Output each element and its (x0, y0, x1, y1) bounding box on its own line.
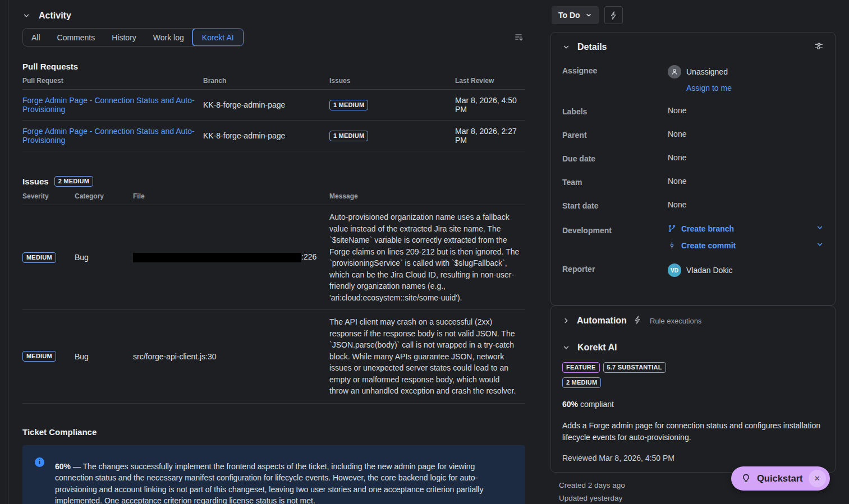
pr-issues-badge: 1 MEDIUM (329, 100, 368, 110)
pull-request-row: Forge Admin Page - Connection Status and… (22, 121, 525, 151)
tab-comments[interactable]: Comments (49, 29, 104, 46)
korekt-badges-row: FEATURE 5.7 SUBSTANTIAL (562, 362, 824, 373)
issue-meta: Created 2 days ago Updated yesterday (559, 479, 625, 504)
assignee-label: Assignee (562, 65, 668, 93)
status-label: To Do (558, 11, 580, 20)
col-message: Message (329, 187, 525, 205)
issue-row: MEDIUM Bug src/forge-api-client.js:30 Th… (22, 310, 525, 404)
col-pull-request: Pull Request (22, 71, 203, 90)
pr-link[interactable]: Forge Admin Page - Connection Status and… (22, 96, 195, 114)
create-branch-chevron-icon[interactable] (816, 224, 824, 233)
issue-message: The API client may crash on a successful… (329, 310, 525, 404)
reporter-name[interactable]: Vladan Dokic (686, 266, 733, 275)
col-last-review: Last Review (455, 71, 525, 90)
tab-history[interactable]: History (103, 29, 145, 46)
assign-to-me-link[interactable]: Assign to me (686, 84, 732, 93)
pr-branch: KK-8-forge-admin-page (203, 121, 329, 151)
reviewed-timestamp: Reviewed Mar 8, 2026, 4:50 PM (562, 454, 824, 463)
korekt-ai-header: Korekt AI (562, 343, 824, 353)
issue-file-suffix: :226 (301, 252, 316, 261)
field-team: Team None (562, 177, 824, 187)
pr-link[interactable]: Forge Admin Page - Connection Status and… (22, 127, 195, 145)
tab-work-log[interactable]: Work log (145, 29, 192, 46)
status-dropdown[interactable]: To Do (552, 6, 599, 24)
korekt-badges-row: 2 MEDIUM (562, 377, 824, 388)
quickstart-close-button[interactable]: ✕ (809, 470, 826, 487)
pull-requests-heading: Pull Requests (22, 62, 525, 71)
due-date-value[interactable]: None (668, 153, 686, 163)
issues-count-badge: 2 MEDIUM (54, 176, 93, 187)
labels-label: Labels (562, 106, 668, 116)
compliance-body: — The changes successfully implement the… (55, 462, 483, 504)
automation-title[interactable]: Automation (577, 316, 627, 326)
info-icon: i (35, 457, 44, 467)
korekt-ai-title: Korekt AI (577, 343, 617, 353)
pull-request-row: Forge Admin Page - Connection Status and… (22, 90, 525, 121)
due-date-label: Due date (562, 153, 668, 163)
create-commit-chevron-icon[interactable] (816, 241, 824, 250)
automation-bolt-button[interactable] (604, 6, 623, 24)
ticket-compliance-text: 60% — The changes successfully implement… (55, 461, 511, 504)
activity-title: Activity (39, 11, 71, 21)
issues-heading: Issues (22, 177, 49, 186)
lightbulb-icon (741, 473, 751, 484)
rule-executions-label[interactable]: Rule executions (650, 317, 702, 325)
issue-category: Bug (75, 310, 133, 404)
labels-value[interactable]: None (668, 106, 686, 116)
field-start-date: Start date None (562, 200, 824, 210)
git-commit-icon (668, 241, 676, 249)
create-branch-link[interactable]: Create branch (668, 224, 734, 233)
activity-header: Activity (22, 11, 525, 21)
issue-file: src/forge-api-client.js:30 (133, 310, 329, 404)
field-parent: Parent None (562, 130, 824, 140)
start-date-label: Start date (562, 200, 668, 210)
start-date-value[interactable]: None (668, 200, 686, 210)
chevron-right-icon[interactable] (562, 317, 570, 325)
compliance-percent: 60% (562, 400, 578, 409)
issue-category: Bug (75, 205, 133, 310)
create-commit-link[interactable]: Create commit (668, 241, 736, 250)
quickstart-button[interactable]: Quickstart ✕ (731, 466, 830, 491)
updated-timestamp: Updated yesterday (559, 492, 625, 504)
compliance-percent: 60% (55, 462, 71, 471)
person-icon (671, 68, 678, 76)
pr-last-review: Mar 8, 2026, 2:27 PM (455, 121, 525, 151)
assignee-value[interactable]: Unassigned (686, 67, 728, 76)
col-file: File (133, 187, 329, 205)
pull-requests-table: Pull Request Branch Issues Last Review F… (22, 71, 525, 151)
parent-value[interactable]: None (668, 130, 686, 140)
ticket-compliance-infobox: i 60% — The changes successfully impleme… (22, 445, 525, 504)
pr-branch: KK-8-forge-admin-page (203, 90, 329, 121)
compliance-suffix: compliant (578, 400, 614, 409)
development-label: Development (562, 224, 668, 250)
lightning-icon (634, 316, 642, 326)
chevron-down-icon[interactable] (562, 344, 570, 352)
details-header: Details (562, 41, 824, 53)
field-development: Development Create branch (562, 224, 824, 250)
sort-descending-icon[interactable] (513, 31, 524, 44)
lightning-icon (609, 11, 618, 20)
issues-heading-row: Issues 2 MEDIUM (22, 176, 525, 187)
chevron-down-icon[interactable] (22, 12, 30, 20)
configure-fields-icon[interactable] (814, 41, 824, 53)
ticket-compliance-heading: Ticket Compliance (22, 427, 525, 437)
chevron-down-icon[interactable] (562, 43, 570, 51)
parent-label: Parent (562, 130, 668, 140)
field-due-date: Due date None (562, 153, 824, 163)
issue-row: MEDIUM Bug :226 Auto-provisioned organiz… (22, 205, 525, 310)
redacted-file-bar (133, 253, 301, 262)
issue-file: :226 (133, 205, 329, 310)
automation-header: Automation Rule executions (562, 316, 824, 326)
activity-tabbar: All Comments History Work log Korekt AI (22, 28, 244, 47)
medium-count-badge: 2 MEDIUM (562, 377, 601, 388)
panel-divider (8, 0, 8, 504)
activity-tabs-row: All Comments History Work log Korekt AI (22, 28, 525, 47)
reporter-label: Reporter (562, 263, 668, 277)
pr-last-review: Mar 8, 2026, 4:50 PM (455, 90, 525, 121)
team-value[interactable]: None (668, 177, 686, 187)
tab-korekt-ai[interactable]: Korekt AI (192, 28, 244, 47)
severity-badge: MEDIUM (22, 351, 56, 362)
tab-all[interactable]: All (23, 29, 49, 46)
col-branch: Branch (203, 71, 329, 90)
quickstart-label: Quickstart (757, 473, 803, 484)
